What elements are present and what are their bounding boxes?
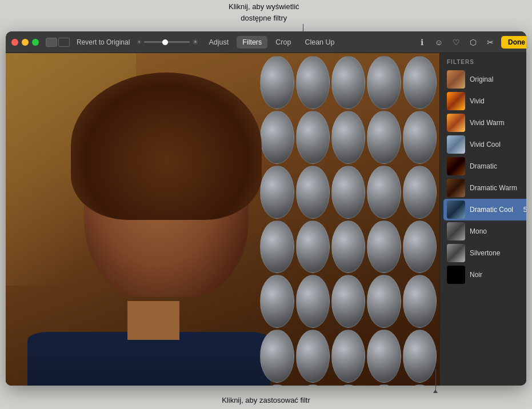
main-content: FILTERS OriginalVividVivid WarmVivid Coo…: [6, 53, 526, 386]
filter-label-vivid-cool: Vivid Cool: [470, 141, 526, 149]
annotation-bottom-arrow: [433, 390, 438, 393]
circle-decoration: [296, 275, 330, 328]
sun-large-icon: ☀: [192, 38, 199, 46]
circle-decoration: [296, 56, 330, 109]
filter-item-original[interactable]: Original: [443, 69, 526, 90]
filter-item-dramatic-cool[interactable]: Dramatic Cool50: [443, 199, 526, 220]
circle-decoration: [403, 330, 437, 383]
filter-thumb-dramatic-cool: [447, 201, 465, 219]
single-view-button[interactable]: [46, 38, 57, 47]
filter-label-mono: Mono: [470, 227, 526, 235]
filter-thumb-mono: [447, 222, 465, 240]
circle-decoration: [367, 330, 401, 383]
filters-list: OriginalVividVivid WarmVivid CoolDramati…: [440, 69, 526, 386]
filter-label-dramatic: Dramatic: [470, 162, 526, 170]
filter-item-dramatic[interactable]: Dramatic: [443, 155, 526, 177]
filter-item-silvertone[interactable]: Silvertone: [443, 242, 526, 264]
circle-decoration: [367, 220, 401, 274]
circle-decoration: [403, 111, 437, 164]
circle-decoration: [331, 111, 365, 164]
filter-thumb-vivid-warm: [447, 114, 465, 132]
toolbar-center: Adjust Filters Crop Clean Up: [203, 36, 341, 49]
annotation-bottom: Kliknij, aby zastosować filtr: [0, 396, 532, 404]
main-window: Revert to Original ☀ ☀ Adjust Filters Cr…: [6, 31, 526, 386]
circle-decoration: [260, 111, 294, 164]
filter-thumb-vivid: [447, 92, 465, 110]
crop-button[interactable]: Crop: [270, 36, 297, 49]
circle-decoration: [296, 330, 330, 383]
filter-item-vivid-warm[interactable]: Vivid Warm: [443, 112, 526, 134]
filter-item-vivid-cool[interactable]: Vivid Cool: [443, 134, 526, 155]
filter-thumb-original: [447, 70, 465, 89]
circle-decoration: [331, 330, 365, 383]
filters-button[interactable]: Filters: [237, 36, 267, 49]
more-button[interactable]: ✂: [484, 36, 497, 49]
maximize-button[interactable]: [32, 39, 39, 46]
circle-decoration: [403, 384, 437, 386]
photo-area: [6, 53, 439, 386]
face-button[interactable]: ☺: [433, 36, 445, 49]
cleanup-button[interactable]: Clean Up: [299, 36, 340, 49]
circle-decoration: [331, 220, 365, 274]
circle-decoration: [367, 275, 401, 328]
revert-button[interactable]: Revert to Original: [77, 38, 130, 46]
filter-label-noir: Noir: [470, 271, 526, 279]
circle-decoration: [260, 166, 294, 219]
annotation-bottom-line: [435, 369, 436, 392]
circle-decoration: [331, 384, 365, 386]
filter-item-vivid[interactable]: Vivid: [443, 90, 526, 112]
annotation-top: Kliknij, aby wyświetlić dostępne filtry: [229, 1, 299, 23]
close-button[interactable]: [11, 39, 18, 46]
titlebar: Revert to Original ☀ ☀ Adjust Filters Cr…: [6, 31, 526, 53]
view-toggle: [46, 38, 70, 47]
filter-thumb-silvertone: [447, 244, 465, 262]
circle-decoration: [367, 111, 401, 164]
filter-label-dramatic-cool: Dramatic Cool: [470, 206, 519, 214]
slider-thumb: [162, 39, 168, 45]
filters-panel: FILTERS OriginalVividVivid WarmVivid Coo…: [439, 53, 526, 386]
minimize-button[interactable]: [22, 39, 29, 46]
filter-value-dramatic-cool: 50: [523, 206, 526, 214]
outer-wrapper: Kliknij, aby wyświetlić dostępne filtry …: [0, 0, 532, 409]
filter-thumb-dramatic-warm: [447, 179, 465, 197]
done-button[interactable]: Done: [501, 36, 526, 49]
circle-decoration: [260, 384, 294, 386]
filter-label-vivid: Vivid: [470, 97, 526, 105]
circle-decoration: [331, 56, 365, 109]
info-button[interactable]: ℹ: [415, 36, 428, 49]
filter-item-mono[interactable]: Mono: [443, 220, 526, 242]
compare-view-button[interactable]: [58, 38, 70, 47]
circle-decoration: [403, 220, 437, 274]
sun-small-icon: ☀: [137, 39, 142, 45]
circle-decoration: [403, 275, 437, 328]
circle-decoration: [403, 166, 437, 219]
circle-decoration: [403, 56, 437, 109]
brightness-slider[interactable]: ☀ ☀: [137, 38, 199, 46]
circle-decoration: [367, 384, 401, 386]
filters-header: FILTERS: [440, 53, 526, 69]
circle-decoration: [331, 166, 365, 219]
circle-decoration: [296, 384, 330, 386]
filter-thumb-dramatic: [447, 157, 465, 175]
circle-decoration: [331, 275, 365, 328]
filter-item-dramatic-warm[interactable]: Dramatic Warm: [443, 177, 526, 199]
circle-decoration: [296, 166, 330, 219]
slider-track: [144, 41, 190, 43]
filter-label-dramatic-warm: Dramatic Warm: [470, 184, 526, 192]
heart-button[interactable]: ♡: [450, 36, 462, 49]
circle-decoration: [296, 220, 330, 274]
filter-label-vivid-warm: Vivid Warm: [470, 119, 526, 127]
dramatic-group: DramaticDramatic WarmDramatic Cool50: [443, 155, 526, 220]
traffic-lights: [11, 39, 39, 46]
share-button[interactable]: ⬡: [467, 36, 479, 49]
circle-decoration: [260, 56, 294, 109]
circle-decoration: [260, 330, 294, 383]
circle-decoration: [367, 166, 401, 219]
circles-decoration: [257, 53, 439, 386]
circle-decoration: [367, 56, 401, 109]
filter-thumb-vivid-cool: [447, 135, 465, 154]
adjust-button[interactable]: Adjust: [203, 36, 235, 49]
circle-decoration: [296, 111, 330, 164]
filter-item-noir[interactable]: Noir: [443, 264, 526, 286]
toolbar-right: ℹ ☺ ♡ ⬡ ✂ Done: [415, 36, 526, 49]
